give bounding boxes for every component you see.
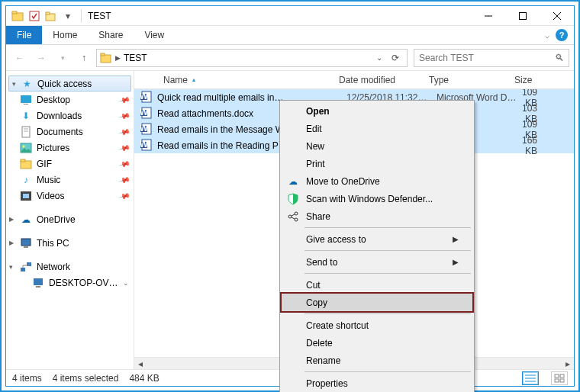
sidebar-item-videos[interactable]: Videos📌	[6, 188, 134, 204]
share-icon	[286, 210, 300, 223]
up-button[interactable]: ↑	[75, 49, 93, 67]
menu-give-access[interactable]: Give access to▶	[282, 230, 472, 248]
pin-icon: 📌	[118, 158, 130, 170]
sidebar-item-desktop[interactable]: Desktop📌	[6, 92, 134, 108]
tab-share[interactable]: Share	[88, 26, 134, 44]
desktop-icon	[20, 94, 32, 106]
svg-point-48	[295, 212, 298, 215]
chevron-down-icon: ⌄	[123, 279, 129, 287]
menu-defender[interactable]: Scan with Windows Defender...	[282, 190, 472, 207]
search-field[interactable]	[419, 53, 555, 63]
sidebar-item-desktop-ovn[interactable]: DESKTOP-OVNR⌄	[6, 275, 134, 291]
star-icon: ★	[21, 78, 33, 90]
sidebar-item-music[interactable]: ♪Music📌	[6, 172, 134, 188]
svg-rect-4	[46, 12, 50, 14]
sort-caret-icon: ▴	[192, 76, 195, 83]
svg-rect-27	[36, 286, 40, 288]
chevron-down-icon[interactable]: ▾	[12, 80, 16, 88]
chevron-right-icon[interactable]: ▶	[9, 239, 14, 246]
history-dropdown-icon[interactable]: ▾	[53, 49, 72, 67]
menu-edit[interactable]: Edit	[282, 120, 472, 137]
pin-icon: 📌	[118, 174, 130, 186]
pin-icon: 📌	[118, 110, 130, 122]
menu-cut[interactable]: Cut	[282, 276, 472, 294]
close-button[interactable]	[540, 6, 574, 26]
sidebar-item-downloads[interactable]: ⬇Downloads📌	[6, 108, 134, 124]
svg-point-49	[295, 218, 298, 221]
sidebar-item-thispc[interactable]: ▶This PC	[6, 235, 134, 251]
menu-copy[interactable]: Copy	[282, 294, 472, 311]
sidebar-item-quickaccess[interactable]: ▾ ★ Quick access	[8, 76, 131, 92]
search-input[interactable]: 🔍︎	[414, 49, 569, 67]
sidebar-item-documents[interactable]: Documents📌	[6, 124, 134, 140]
forward-button[interactable]: →	[32, 49, 50, 67]
menu-print[interactable]: Print	[282, 155, 472, 172]
menu-properties[interactable]: Properties	[282, 374, 472, 392]
pin-icon: 📌	[118, 142, 130, 154]
help-icon[interactable]: ?	[556, 29, 568, 41]
properties-icon[interactable]	[27, 9, 41, 23]
chevron-right-icon[interactable]: ▶	[9, 216, 14, 223]
breadcrumb[interactable]: ▶ TEST ⌄ ⟳	[96, 49, 408, 67]
folder-icon	[11, 9, 24, 23]
qat-dropdown-icon[interactable]: ▾	[61, 9, 75, 23]
svg-rect-24	[21, 268, 25, 272]
ribbon: File Home Share View ⌵ ?	[6, 26, 574, 45]
quick-access-toolbar: ▾	[6, 9, 79, 23]
nav-bar: ← → ▾ ↑ ▶ TEST ⌄ ⟳ 🔍︎	[6, 45, 574, 71]
svg-rect-44	[560, 374, 564, 378]
svg-rect-19	[21, 159, 25, 162]
pin-icon: 📌	[118, 190, 130, 202]
menu-open[interactable]: Open	[282, 102, 472, 120]
menu-send-to[interactable]: Send to▶	[282, 253, 472, 271]
menu-rename[interactable]: Rename	[282, 352, 472, 369]
word-icon: W	[140, 91, 154, 104]
menu-share[interactable]: Share	[282, 207, 472, 225]
col-size[interactable]: Size	[508, 75, 574, 85]
svg-rect-22	[21, 239, 31, 246]
tab-view[interactable]: View	[134, 26, 175, 44]
col-date[interactable]: Date modified	[333, 75, 423, 85]
menu-create-shortcut[interactable]: Create shortcut	[282, 316, 472, 334]
title-bar: ▾ TEST	[6, 6, 574, 26]
tab-file[interactable]: File	[6, 26, 42, 44]
ribbon-expand-icon[interactable]: ⌵	[545, 31, 549, 40]
svg-rect-10	[101, 53, 105, 56]
crumb-text[interactable]: TEST	[124, 53, 147, 63]
chevron-right-icon[interactable]: ▶	[115, 54, 121, 62]
videos-icon	[20, 190, 32, 202]
scroll-left-button[interactable]: ◂	[134, 358, 147, 370]
pc-icon	[20, 237, 32, 249]
sidebar-item-gif[interactable]: GIF📌	[6, 156, 134, 172]
view-large-button[interactable]	[551, 371, 568, 385]
svg-text:W: W	[140, 107, 149, 117]
maximize-button[interactable]	[505, 6, 540, 26]
svg-point-47	[288, 215, 292, 218]
minimize-button[interactable]	[471, 6, 505, 26]
menu-new[interactable]: New	[282, 137, 472, 155]
downloads-icon: ⬇	[20, 110, 32, 122]
pin-icon: 📌	[118, 94, 130, 106]
column-headers[interactable]: Name▴ Date modified Type Size	[134, 71, 574, 89]
view-details-button[interactable]	[522, 371, 539, 385]
search-icon[interactable]: 🔍︎	[555, 53, 564, 63]
scroll-right-button[interactable]: ▸	[562, 358, 574, 370]
refresh-button[interactable]: ⟳	[387, 50, 404, 66]
folder-icon	[100, 52, 112, 64]
sidebar-item-pictures[interactable]: Pictures📌	[6, 140, 134, 156]
chevron-down-icon[interactable]: ▾	[9, 263, 13, 271]
menu-delete[interactable]: Delete	[282, 334, 472, 352]
back-button[interactable]: ←	[11, 49, 29, 67]
menu-onedrive[interactable]: ☁Move to OneDrive	[282, 172, 472, 190]
sidebar-item-network[interactable]: ▾Network	[6, 259, 134, 275]
col-name[interactable]: Name▴	[157, 75, 333, 85]
svg-text:W: W	[140, 123, 149, 133]
pc-icon	[32, 277, 44, 289]
status-size: 484 KB	[129, 373, 159, 384]
cloud-icon: ☁	[20, 214, 32, 226]
col-type[interactable]: Type	[423, 75, 508, 85]
crumb-dropdown-icon[interactable]: ⌄	[376, 53, 382, 62]
tab-home[interactable]: Home	[42, 26, 88, 44]
new-folder-icon[interactable]	[44, 9, 58, 23]
sidebar-item-onedrive[interactable]: ▶☁OneDrive	[6, 211, 134, 227]
